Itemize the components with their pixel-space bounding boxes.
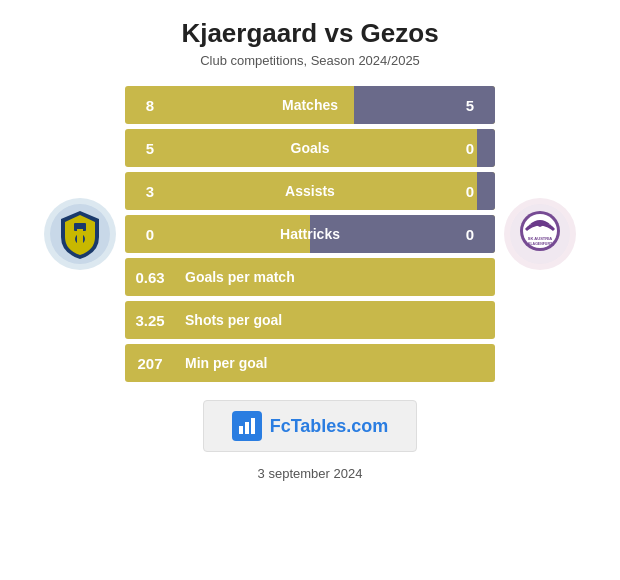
goals-left-val: 5 bbox=[125, 140, 175, 157]
svg-rect-10 bbox=[245, 422, 249, 434]
fctables-icon bbox=[232, 411, 262, 441]
assists-label: Assists bbox=[175, 183, 445, 199]
stat-row-shots-per-goal: 3.25 Shots per goal bbox=[125, 301, 495, 339]
page-title: Kjaergaard vs Gezos bbox=[181, 18, 438, 49]
stat-row-hattricks: 0 Hattricks 0 bbox=[125, 215, 495, 253]
hattricks-label: Hattricks bbox=[175, 226, 445, 242]
left-logo bbox=[35, 198, 125, 270]
stats-container: 8 Matches 5 5 Goals 0 3 Assists 0 0 Hatt… bbox=[125, 86, 495, 382]
goals-label: Goals bbox=[175, 140, 445, 156]
shots-per-goal-val: 3.25 bbox=[125, 312, 175, 329]
right-logo: SK AUSTRIA KLAGENFURT bbox=[495, 198, 585, 270]
fctables-text: FcTables.com bbox=[270, 416, 389, 437]
hattricks-right-val: 0 bbox=[445, 226, 495, 243]
fctables-banner: FcTables.com bbox=[203, 400, 418, 452]
stat-row-goals-per-match: 0.63 Goals per match bbox=[125, 258, 495, 296]
matches-left-val: 8 bbox=[125, 97, 175, 114]
stat-row-matches: 8 Matches 5 bbox=[125, 86, 495, 124]
svg-rect-11 bbox=[251, 418, 255, 434]
stat-row-assists: 3 Assists 0 bbox=[125, 172, 495, 210]
right-logo-circle: SK AUSTRIA KLAGENFURT bbox=[504, 198, 576, 270]
stat-row-min-per-goal: 207 Min per goal bbox=[125, 344, 495, 382]
date-footer: 3 september 2024 bbox=[258, 466, 363, 481]
svg-rect-3 bbox=[77, 229, 83, 245]
hattricks-left-val: 0 bbox=[125, 226, 175, 243]
chart-icon bbox=[237, 416, 257, 436]
goals-right-val: 0 bbox=[445, 140, 495, 157]
min-per-goal-val: 207 bbox=[125, 355, 175, 372]
matches-right-val: 5 bbox=[445, 97, 495, 114]
svg-rect-9 bbox=[239, 426, 243, 434]
matches-label: Matches bbox=[175, 97, 445, 113]
main-content: 8 Matches 5 5 Goals 0 3 Assists 0 0 Hatt… bbox=[10, 86, 610, 382]
gezos-logo-icon: SK AUSTRIA KLAGENFURT bbox=[509, 203, 571, 265]
page: Kjaergaard vs Gezos Club competitions, S… bbox=[0, 0, 620, 580]
kjaergaard-logo-icon bbox=[49, 203, 111, 265]
shots-per-goal-label: Shots per goal bbox=[175, 312, 495, 328]
assists-left-val: 3 bbox=[125, 183, 175, 200]
svg-text:KLAGENFURT: KLAGENFURT bbox=[528, 242, 553, 246]
goals-per-match-label: Goals per match bbox=[175, 269, 495, 285]
stat-row-goals: 5 Goals 0 bbox=[125, 129, 495, 167]
goals-per-match-val: 0.63 bbox=[125, 269, 175, 286]
left-logo-circle bbox=[44, 198, 116, 270]
svg-text:SK AUSTRIA: SK AUSTRIA bbox=[528, 236, 552, 241]
page-subtitle: Club competitions, Season 2024/2025 bbox=[200, 53, 420, 68]
min-per-goal-label: Min per goal bbox=[175, 355, 495, 371]
assists-right-val: 0 bbox=[445, 183, 495, 200]
